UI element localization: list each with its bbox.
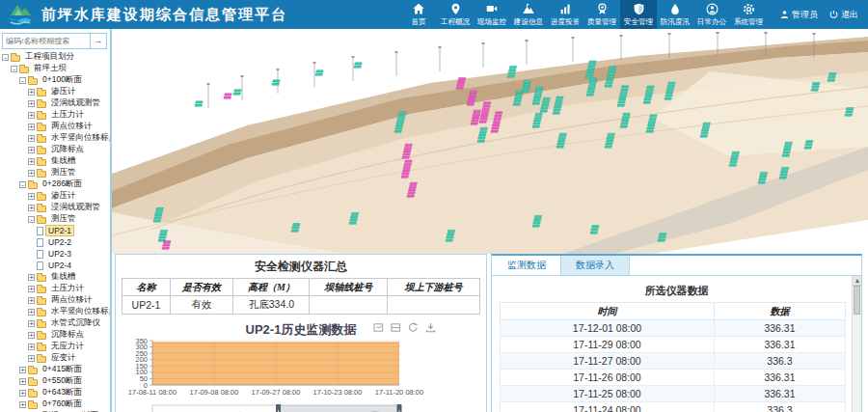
tree-node-测压管[interactable]: -测压管 bbox=[0, 213, 110, 225]
folder-icon bbox=[37, 275, 46, 282]
collapse-icon[interactable]: - bbox=[11, 66, 17, 72]
folder-icon bbox=[28, 402, 38, 409]
summary-cell bbox=[388, 296, 480, 315]
expand-icon[interactable]: + bbox=[28, 147, 35, 153]
folder-icon bbox=[28, 182, 38, 189]
user-icon bbox=[780, 10, 789, 19]
folder-icon bbox=[37, 321, 46, 328]
sidebar: → -工程项目划分-前坪土坝-0+100断面+渗压计+浸润线观测管+土压力计+两… bbox=[0, 29, 112, 412]
expand-icon[interactable]: + bbox=[28, 309, 35, 316]
nav-label: 日常办公 bbox=[697, 16, 726, 26]
search-input[interactable] bbox=[2, 33, 91, 49]
folder-icon bbox=[19, 67, 29, 73]
table-row[interactable]: 17-11-29 08:00336.31 bbox=[501, 337, 846, 353]
expand-icon[interactable]: + bbox=[28, 193, 35, 200]
nav-item-progress[interactable]: 进度投资 bbox=[547, 0, 583, 29]
nav-item-office[interactable]: 日常办公 bbox=[693, 0, 730, 29]
zoom-box-icon[interactable] bbox=[373, 322, 384, 333]
expand-icon[interactable]: + bbox=[28, 89, 35, 96]
tree-node-UP2-1[interactable]: UP2-1 bbox=[0, 225, 110, 236]
summary-table-head: 名称是否有效高程（M）坝轴线桩号坝上下游桩号 bbox=[122, 279, 480, 296]
gear-icon bbox=[743, 3, 755, 15]
expand-icon[interactable]: + bbox=[28, 124, 35, 130]
expand-icon[interactable]: + bbox=[19, 401, 26, 408]
dam-3d-view[interactable] bbox=[112, 29, 868, 254]
main-nav: 首页工程概况现场监控建设信息进度投资质量管理安全管理防汛度汛日常办公系统管理 bbox=[400, 0, 767, 29]
expand-icon[interactable]: + bbox=[28, 170, 35, 177]
nav-item-flood[interactable]: 防汛度汛 bbox=[657, 0, 693, 29]
datazoom-slider[interactable] bbox=[118, 404, 484, 412]
app-logo-icon bbox=[5, 2, 36, 27]
nav-label: 建设信息 bbox=[514, 16, 543, 26]
expand-icon[interactable]: + bbox=[28, 297, 35, 304]
nav-item-construction[interactable]: 建设信息 bbox=[510, 0, 547, 29]
tab-数据录入[interactable]: 数据录入 bbox=[561, 256, 630, 275]
table-row[interactable]: 17-11-25 08:00336.31 bbox=[501, 386, 846, 402]
download-icon[interactable] bbox=[425, 322, 436, 333]
expand-icon[interactable]: + bbox=[28, 320, 35, 327]
scrollbar-thumb[interactable] bbox=[854, 286, 860, 315]
collapse-icon[interactable]: - bbox=[2, 54, 9, 61]
expand-icon[interactable]: + bbox=[28, 274, 35, 281]
folder-icon bbox=[37, 171, 46, 178]
monitor-data-panel: 监测数据数据录入 所选仪器数据 时间数据 17-12-01 08:00336.3… bbox=[491, 254, 862, 412]
tree-label: UP2-1 bbox=[45, 225, 74, 236]
folder-icon bbox=[37, 90, 46, 96]
tree-node-UP2-3[interactable]: UP2-3 bbox=[0, 248, 110, 260]
folder-icon bbox=[37, 333, 46, 340]
collapse-icon[interactable]: - bbox=[19, 181, 26, 188]
folder-icon bbox=[37, 101, 46, 108]
expand-icon[interactable]: + bbox=[19, 367, 26, 373]
table-row[interactable]: 17-11-27 08:00336.3 bbox=[501, 353, 846, 370]
search-button[interactable]: → bbox=[91, 33, 107, 49]
expand-icon[interactable]: + bbox=[28, 343, 35, 350]
expand-icon[interactable]: + bbox=[28, 355, 35, 362]
folder-icon bbox=[37, 136, 46, 143]
expand-icon[interactable]: + bbox=[28, 286, 35, 292]
nav-label: 进度投资 bbox=[551, 16, 580, 26]
nav-item-system[interactable]: 系统管理 bbox=[730, 0, 767, 29]
project-tree: -工程项目划分-前坪土坝-0+100断面+渗压计+浸润线观测管+土压力计+两点位… bbox=[0, 51, 110, 412]
table-row[interactable]: 17-11-24 08:00336.3 bbox=[501, 402, 846, 412]
monitor-col-header: 数据 bbox=[714, 303, 845, 320]
bar-chart-icon bbox=[559, 3, 572, 15]
power-icon bbox=[829, 10, 838, 19]
collapse-icon[interactable]: - bbox=[28, 216, 35, 223]
home-icon bbox=[412, 3, 425, 15]
tree-label: UP2-2 bbox=[45, 236, 74, 248]
folder-icon bbox=[37, 287, 46, 293]
summary-cell bbox=[310, 296, 388, 315]
expand-icon[interactable]: + bbox=[28, 135, 35, 142]
expand-icon[interactable]: + bbox=[28, 332, 35, 339]
expand-icon[interactable]: + bbox=[28, 205, 35, 211]
logout-button[interactable]: 退出 bbox=[829, 9, 858, 21]
current-user[interactable]: 管理员 bbox=[780, 9, 818, 21]
svg-text:17-09-08 08:00: 17-09-08 08:00 bbox=[190, 388, 239, 397]
monitor-cell: 17-11-25 08:00 bbox=[501, 386, 715, 402]
scroll-up-button[interactable] bbox=[853, 276, 861, 286]
nav-item-quality[interactable]: 质量管理 bbox=[583, 0, 620, 29]
tab-监测数据[interactable]: 监测数据 bbox=[492, 256, 561, 275]
expand-icon[interactable]: + bbox=[28, 100, 35, 107]
restore-box-icon[interactable] bbox=[391, 322, 401, 333]
monitor-table: 时间数据 17-12-01 08:00336.3117-11-29 08:003… bbox=[500, 302, 846, 412]
refresh-icon[interactable] bbox=[408, 322, 419, 333]
table-row[interactable]: 17-11-26 08:00336.31 bbox=[501, 370, 846, 386]
nav-item-monitor[interactable]: 现场监控 bbox=[474, 0, 510, 29]
vertical-scrollbar[interactable] bbox=[852, 276, 861, 412]
nav-item-overview[interactable]: 工程概况 bbox=[437, 0, 474, 29]
nav-item-home[interactable]: 首页 bbox=[400, 0, 437, 29]
nav-label: 安全管理 bbox=[624, 16, 653, 26]
expand-icon[interactable]: + bbox=[19, 390, 26, 397]
tree-node-UP2-2[interactable]: UP2-2 bbox=[0, 236, 110, 248]
collapse-icon[interactable]: - bbox=[19, 77, 26, 84]
expand-icon[interactable]: + bbox=[19, 378, 26, 385]
monitor-cell: 336.31 bbox=[714, 320, 845, 337]
nav-item-safety[interactable]: 安全管理 bbox=[620, 0, 657, 29]
expand-icon[interactable]: + bbox=[28, 112, 35, 119]
monitor-table-title: 所选仪器数据 bbox=[492, 284, 861, 298]
history-chart: 05010015020025030035017-08-11 08:0017-09… bbox=[118, 337, 486, 412]
expand-icon[interactable]: + bbox=[28, 158, 35, 165]
table-row[interactable]: 17-12-01 08:00336.31 bbox=[501, 320, 846, 337]
mountain-icon bbox=[522, 3, 535, 15]
